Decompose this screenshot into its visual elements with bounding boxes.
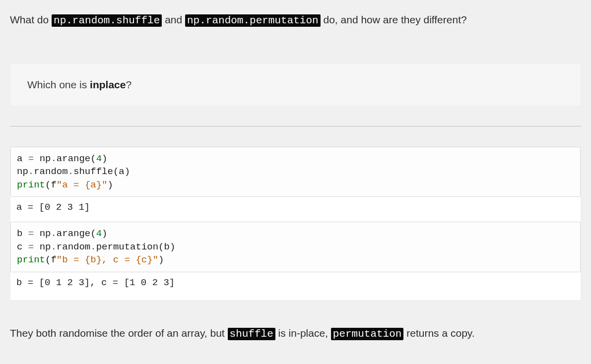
tok: ( [45,254,51,265]
tok: random [34,166,67,177]
tok: f [51,180,56,190]
tok: arange [57,228,90,239]
tok: b [164,242,170,252]
tok: . [90,242,96,252]
notebook-cells: a = np.arange(4) np.random.shuffle(a) pr… [10,146,581,301]
output-cell-2: b = [0 1 2 3], c = [1 0 2 3] [10,272,581,297]
question-text-suffix: do, and how are they different? [321,14,467,25]
tok: shuffle [73,166,113,177]
tok: c [17,242,22,252]
tok: ( [90,228,96,239]
tok: permutation [96,242,158,252]
tok: np [40,153,51,164]
hint-prefix: Which one is [27,79,90,90]
answer-mid: is in-place, [275,327,331,339]
answer-prefix: They both randomise the order of an arra… [10,327,228,339]
question-paragraph: What do np.random.shuffle and np.random.… [10,12,581,29]
code-chip-shuffle-answer: shuffle [228,328,275,340]
tok: np [40,228,51,239]
tok: ( [158,242,164,252]
tok: a [119,166,124,177]
document-page: What do np.random.shuffle and np.random.… [0,0,591,364]
tok: . [51,228,56,239]
tok: = [22,153,39,164]
tok: ( [113,166,119,177]
tok: np [40,242,51,252]
code-cell-2: b = np.arange(4) c = np.random.permutati… [10,222,581,272]
tok: ( [90,153,96,164]
tok: np [17,166,28,177]
divider [10,126,581,126]
tok: print [17,254,45,265]
tok: f [51,254,56,265]
tok: = [22,242,39,252]
question-text-prefix: What do [10,14,52,25]
output-cell-1: a = [0 2 3 1] [10,197,581,222]
tok: ) [102,153,107,164]
tok: ) [102,228,107,239]
code-chip-shuffle: np.random.shuffle [52,14,162,27]
tok: . [51,242,56,252]
answer-suffix: returns a copy. [403,327,474,339]
code-chip-permutation: np.random.permutation [185,14,321,27]
tok: ) [170,242,175,252]
tok: . [51,153,56,164]
tok: ( [45,180,51,190]
tok: 4 [96,153,102,164]
tok: random [57,242,90,252]
tok: "a = {a}" [57,180,108,190]
hint-bold: inplace [90,79,126,90]
tok: ) [158,254,164,265]
tok: print [17,180,45,190]
code-cell-1: a = np.arange(4) np.random.shuffle(a) pr… [10,147,581,197]
answer-paragraph: They both randomise the order of an arra… [10,325,581,342]
tok: arange [57,153,90,164]
code-chip-permutation-answer: permutation [331,328,404,340]
hint-box: Which one is inplace? [10,63,581,106]
tok: . [68,166,73,177]
tok: = [22,228,39,239]
tok: ) [107,180,113,190]
tok: a [17,153,22,164]
tok: "b = {b}, c = {c}" [57,254,158,265]
tok: . [28,166,34,177]
tok: ) [125,166,130,177]
hint-suffix: ? [126,79,131,90]
question-text-mid: and [162,14,185,25]
tok: 4 [96,228,102,239]
tok: b [17,228,22,239]
